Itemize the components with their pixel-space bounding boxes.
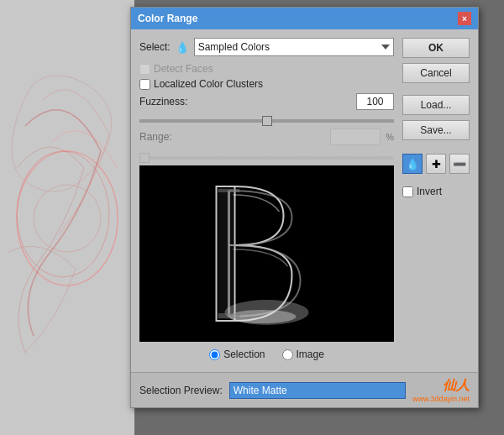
dialog-body: Select: 💧 Sampled Colors Reds Yellows Gr… [131, 29, 478, 372]
watermark-area: 仙人 www.3ddayin.net [412, 377, 470, 403]
svg-rect-5 [218, 188, 234, 319]
image-label: Image [297, 349, 324, 360]
range-row: Range: % [139, 128, 394, 145]
localized-clusters-label: Localized Color Clusters [154, 78, 263, 90]
dialog-title: Color Range [138, 13, 197, 24]
eyedropper-select-icon: 💧 [176, 41, 189, 54]
background-canvas [0, 0, 134, 435]
selection-radio[interactable] [209, 349, 220, 360]
eyedropper-subtract-button[interactable]: ➖ [449, 154, 470, 174]
range-slider-container [139, 150, 394, 162]
close-button[interactable]: × [458, 12, 471, 25]
dialog-left-panel: Select: 💧 Sampled Colors Reds Yellows Gr… [139, 38, 394, 364]
eyedropper-subtract-icon: ➖ [453, 158, 466, 170]
fuzziness-label: Fuzziness: [139, 96, 351, 107]
detect-faces-row: Detect Faces [139, 63, 394, 75]
eyedropper-sample-button[interactable]: 💧 [402, 154, 423, 174]
select-row: Select: 💧 Sampled Colors Reds Yellows Gr… [139, 38, 394, 56]
eyedroppers-group: 💧 ✚ ➖ [402, 154, 470, 174]
eyedropper-add-icon: ✚ [432, 158, 441, 170]
fuzziness-slider-container [139, 113, 394, 125]
range-slider [139, 156, 394, 160]
selection-label: Selection [223, 349, 265, 360]
invert-label: Invert [417, 186, 442, 197]
radio-row: Selection Image [139, 349, 394, 360]
image-radio[interactable] [282, 349, 293, 360]
dialog-right-panel: OK Cancel Load... Save... 💧 ✚ ➖ Invert [402, 38, 470, 364]
fuzziness-slider[interactable] [139, 119, 394, 123]
cancel-button[interactable]: Cancel [402, 63, 470, 83]
color-range-dialog: Color Range × Select: 💧 Sampled Colors R… [130, 7, 479, 408]
sketch-art [0, 0, 134, 435]
localized-clusters-row: Localized Color Clusters [139, 78, 394, 90]
invert-checkbox[interactable] [402, 186, 413, 197]
preview-image [139, 165, 394, 342]
preview-container [139, 165, 394, 342]
range-input-box [330, 128, 381, 145]
svg-point-2 [34, 185, 101, 252]
load-button[interactable]: Load... [402, 95, 470, 115]
watermark-text: 仙人 [443, 377, 470, 395]
svg-point-0 [17, 151, 118, 286]
selection-radio-option: Selection [209, 349, 265, 360]
detect-faces-label: Detect Faces [154, 63, 213, 75]
fuzziness-input[interactable] [356, 93, 394, 110]
invert-row: Invert [402, 186, 470, 197]
select-label: Select: [139, 41, 171, 53]
site-badge: www.3ddayin.net [412, 395, 470, 403]
eyedropper-add-button[interactable]: ✚ [426, 154, 446, 174]
image-radio-option: Image [282, 349, 324, 360]
detect-faces-checkbox[interactable] [139, 64, 150, 75]
range-label: Range: [139, 131, 325, 143]
range-pct: % [386, 132, 394, 142]
bottom-bar: Selection Preview: None Grayscale Black … [131, 372, 478, 407]
ok-button[interactable]: OK [402, 38, 470, 58]
selection-preview-label: Selection Preview: [139, 385, 223, 396]
save-button[interactable]: Save... [402, 120, 470, 140]
select-dropdown[interactable]: Sampled Colors Reds Yellows Greens Cyans… [194, 38, 394, 56]
fuzziness-row: Fuzziness: [139, 93, 394, 110]
localized-clusters-checkbox[interactable] [139, 79, 150, 90]
selection-preview-dropdown[interactable]: None Grayscale Black Matte White Matte Q… [229, 382, 406, 399]
title-bar: Color Range × [131, 8, 478, 29]
eyedropper-icon: 💧 [406, 158, 419, 170]
